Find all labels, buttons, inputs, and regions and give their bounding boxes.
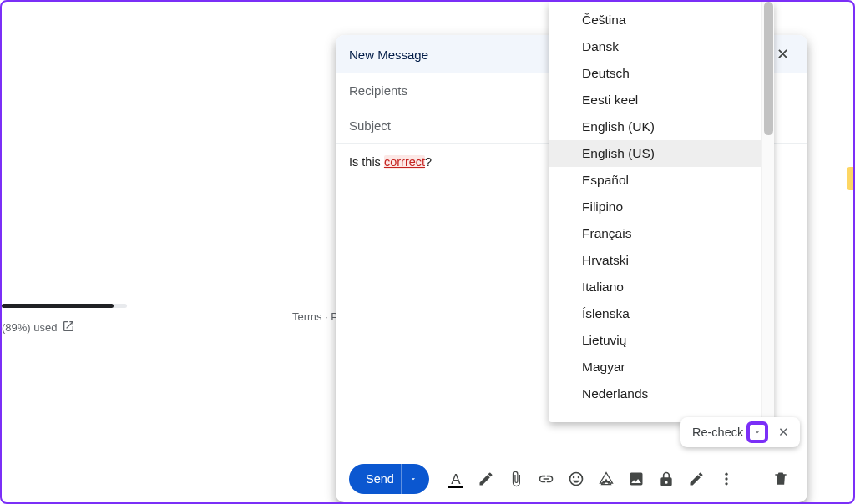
attach-icon[interactable] <box>503 466 529 492</box>
language-dropdown-menu: ČeštinaDanskDeutschEesti keelEnglish (UK… <box>549 2 774 422</box>
insert-image-icon[interactable] <box>623 466 650 492</box>
language-option[interactable]: Français <box>549 220 761 247</box>
recheck-popup: Re-check ✕ <box>680 417 800 447</box>
recheck-close-icon[interactable]: ✕ <box>773 422 793 442</box>
pen-icon[interactable] <box>473 466 499 492</box>
spelling-error-word[interactable]: corrrect <box>384 155 425 169</box>
svg-point-2 <box>725 477 727 480</box>
storage-usage-section: (89%) used <box>2 304 135 335</box>
footer-terms-link[interactable]: Terms <box>292 310 321 323</box>
emoji-icon[interactable] <box>563 466 589 492</box>
send-more-options[interactable] <box>401 464 426 494</box>
storage-used-label: (89%) used <box>2 321 57 334</box>
send-button[interactable]: Send <box>349 464 429 494</box>
language-scrollbar-thumb[interactable] <box>764 2 773 135</box>
drive-icon[interactable] <box>593 466 620 492</box>
language-option[interactable]: Deutsch <box>549 60 761 87</box>
language-list[interactable]: ČeštinaDanskDeutschEesti keelEnglish (UK… <box>549 2 761 422</box>
body-text-prefix: Is this <box>349 155 384 169</box>
language-option[interactable]: Español <box>549 167 761 194</box>
language-option[interactable]: Hrvatski <box>549 247 761 274</box>
compose-toolbar: Send A <box>336 456 807 502</box>
language-scrollbar[interactable] <box>761 2 774 422</box>
recheck-label[interactable]: Re-check <box>692 426 743 439</box>
right-edge-indicator <box>847 167 853 190</box>
formatting-icon[interactable]: A <box>443 466 469 492</box>
language-option[interactable]: Filipino <box>549 194 761 220</box>
language-option[interactable]: Nederlands <box>549 381 761 407</box>
language-option[interactable]: Dansk <box>549 33 761 60</box>
language-option[interactable]: Italiano <box>549 274 761 300</box>
language-option[interactable]: Čeština <box>549 7 761 33</box>
open-in-new-icon[interactable] <box>62 320 75 335</box>
language-option[interactable]: English (UK) <box>549 113 761 140</box>
storage-progress-fill <box>2 304 114 308</box>
more-options-icon[interactable] <box>713 466 740 492</box>
discard-trash-icon[interactable] <box>767 466 794 492</box>
svg-point-1 <box>725 473 727 476</box>
svg-point-3 <box>725 482 727 485</box>
recheck-caret-highlight[interactable] <box>746 421 768 443</box>
signature-icon[interactable] <box>683 466 710 492</box>
language-option[interactable]: Eesti keel <box>549 87 761 113</box>
confidential-lock-icon[interactable] <box>653 466 680 492</box>
send-label: Send <box>366 472 394 486</box>
body-text-suffix: ? <box>425 155 432 169</box>
compose-title: New Message <box>349 48 428 62</box>
language-option[interactable]: English (US) <box>549 140 761 167</box>
language-option[interactable]: Íslenska <box>549 300 761 327</box>
close-icon[interactable]: ✕ <box>771 43 794 66</box>
language-option[interactable]: Lietuvių <box>549 327 761 354</box>
language-option[interactable]: Magyar <box>549 354 761 381</box>
storage-progress-bar <box>2 304 127 308</box>
link-icon[interactable] <box>533 466 559 492</box>
